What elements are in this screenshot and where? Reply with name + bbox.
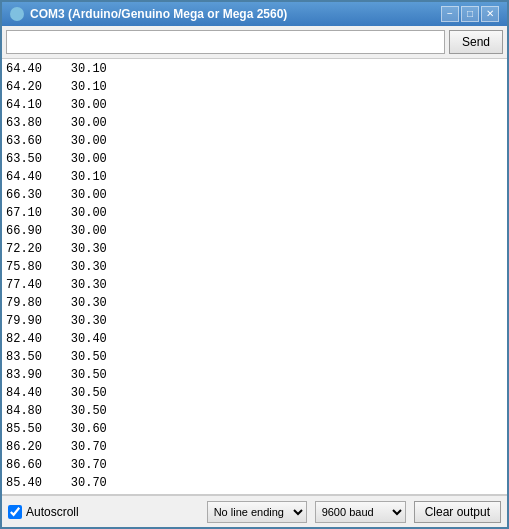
serial-line: 66.30 30.00 [6,186,503,204]
serial-line: 84.40 30.50 [6,384,503,402]
serial-line: 79.80 30.30 [6,294,503,312]
serial-output: 64.40 30.1064.20 30.1064.10 30.0063.80 3… [2,59,507,495]
serial-line: 86.20 30.70 [6,438,503,456]
serial-line: 64.10 30.00 [6,96,503,114]
clear-output-button[interactable]: Clear output [414,501,501,523]
autoscroll-label[interactable]: Autoscroll [8,505,79,519]
serial-line: 85.40 30.70 [6,474,503,492]
serial-line: 63.80 30.00 [6,114,503,132]
autoscroll-checkbox[interactable] [8,505,22,519]
serial-line: 82.40 30.40 [6,330,503,348]
serial-line: 86.60 30.70 [6,456,503,474]
serial-line: 79.90 30.30 [6,312,503,330]
serial-line: 64.20 30.10 [6,78,503,96]
close-button[interactable]: ✕ [481,6,499,22]
serial-line: 63.60 30.00 [6,132,503,150]
window-controls: − □ ✕ [441,6,499,22]
serial-line: 72.20 30.30 [6,240,503,258]
serial-line: 85.50 30.60 [6,420,503,438]
title-bar-title: COM3 (Arduino/Genuino Mega or Mega 2560) [10,7,287,21]
baud-rate-dropdown[interactable]: 300 baud1200 baud2400 baud4800 baud9600 … [315,501,406,523]
window-title: COM3 (Arduino/Genuino Mega or Mega 2560) [30,7,287,21]
serial-line: 77.40 30.30 [6,276,503,294]
main-window: COM3 (Arduino/Genuino Mega or Mega 2560)… [0,0,509,529]
serial-line: 66.90 30.00 [6,222,503,240]
send-input[interactable] [6,30,445,54]
serial-line: 83.90 30.50 [6,366,503,384]
serial-line: 64.40 30.10 [6,168,503,186]
serial-line: 64.40 30.10 [6,60,503,78]
send-button[interactable]: Send [449,30,503,54]
arduino-icon [10,7,24,21]
serial-line: 63.50 30.00 [6,150,503,168]
line-ending-dropdown[interactable]: No line endingNewlineCarriage returnBoth… [207,501,307,523]
serial-line: 84.80 30.50 [6,402,503,420]
restore-button[interactable]: □ [461,6,479,22]
serial-line: 67.10 30.00 [6,204,503,222]
serial-line: 75.80 30.30 [6,258,503,276]
minimize-button[interactable]: − [441,6,459,22]
status-bar: Autoscroll No line endingNewlineCarriage… [2,495,507,527]
serial-line: 83.50 30.50 [6,348,503,366]
autoscroll-text: Autoscroll [26,505,79,519]
title-bar: COM3 (Arduino/Genuino Mega or Mega 2560)… [2,2,507,26]
toolbar: Send [2,26,507,59]
